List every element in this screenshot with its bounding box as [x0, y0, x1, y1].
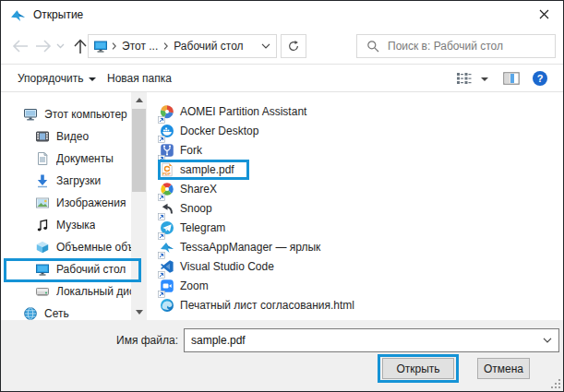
sidebar-item-label: Объемные объекты [56, 241, 131, 254]
triangle-up-icon[interactable] [131, 92, 147, 108]
breadcrumb-segment[interactable]: Рабочий стол [172, 39, 245, 53]
sidebar-item-label: Локальный диск [56, 285, 131, 298]
svg-text:PDF: PDF [162, 171, 171, 175]
chevron-down-icon[interactable] [474, 65, 489, 91]
open-button[interactable]: Открыть [382, 358, 454, 379]
sidebar-item-label: Сеть [44, 307, 69, 320]
sidebar-item-рабочий-стол[interactable]: Рабочий стол [1, 258, 131, 280]
file-item-visual-studio-code[interactable]: Visual Studio Code [158, 256, 280, 276]
file-item-fork[interactable]: Fork [158, 140, 208, 160]
title-bar: Открытие [1, 1, 563, 29]
chevron-down-icon[interactable] [54, 37, 66, 55]
help-icon[interactable]: ? [529, 65, 551, 91]
shortcut-arrow-icon [158, 288, 165, 295]
filename-combobox [184, 328, 559, 352]
telegram-icon [160, 220, 174, 235]
file-item-label: Печатный лист согласования.html [180, 299, 354, 312]
organize-button[interactable]: Упорядочить [18, 65, 96, 91]
triangle-down-icon[interactable] [131, 304, 147, 320]
search-box [356, 34, 556, 58]
file-item-label: TessaAppManager — ярлык [180, 241, 320, 254]
sharex-icon [160, 182, 174, 196]
search-input[interactable] [388, 40, 555, 53]
file-item-label: Telegram [180, 221, 225, 234]
refresh-icon[interactable] [281, 34, 306, 58]
chevron-down-icon [89, 77, 96, 81]
file-item-sample-pdf[interactable]: PDFsample.pdf [158, 160, 240, 179]
cube-3d-icon [35, 240, 50, 255]
file-item-label: AOMEI Partition Assistant [180, 105, 306, 118]
file-item-label: Snoop [180, 202, 212, 215]
preview-pane-icon[interactable] [500, 65, 522, 91]
fork-icon [160, 143, 174, 158]
arrow-left-icon[interactable] [11, 37, 30, 55]
sidebar-item-label: Рабочий стол [56, 263, 126, 276]
file-item-docker-desktop[interactable]: Docker Desktop [158, 121, 264, 140]
sidebar-item-локальный-диск[interactable]: Локальный диск [1, 280, 131, 303]
organize-label: Упорядочить [18, 72, 83, 85]
file-item-sharex[interactable]: ShareX [158, 179, 222, 198]
file-list: AOMEI Partition AssistantDocker DesktopF… [147, 92, 563, 320]
this-pc-icon [23, 107, 38, 122]
network-icon [23, 306, 38, 320]
video-icon [35, 129, 50, 144]
sidebar-item-изображения[interactable]: Изображения [1, 192, 131, 214]
pictures-icon [35, 196, 50, 210]
arrow-right-icon[interactable] [34, 37, 53, 55]
sidebar-item-документы[interactable]: Документы [1, 148, 131, 170]
pdf-icon: PDF [160, 162, 174, 177]
sidebar-item-label: Музыка [56, 219, 95, 232]
sidebar-item-видео[interactable]: Видео [1, 125, 131, 148]
chevron-down-icon[interactable] [536, 338, 558, 343]
cancel-button[interactable]: Отмена [477, 358, 530, 379]
window-title: Открытие [33, 8, 83, 21]
breadcrumb-segment[interactable]: Этот ... [120, 39, 160, 53]
file-item-label: Visual Studio Code [180, 260, 274, 273]
file-item-zoom[interactable]: Zoom [158, 276, 214, 295]
file-item-печатный-лист-согласования-html[interactable]: Печатный лист согласования.html [158, 295, 360, 315]
new-folder-label: Новая папка [107, 72, 172, 85]
file-item-snoop[interactable]: Snoop [158, 198, 218, 218]
sidebar-item-label: Загрузки [56, 174, 101, 187]
file-item-aomei-partition-assistant[interactable]: AOMEI Partition Assistant [158, 101, 312, 121]
file-item-telegram[interactable]: Telegram [158, 218, 231, 237]
filename-input[interactable] [185, 334, 536, 347]
scrollbar-thumb[interactable] [132, 109, 146, 192]
sidebar-item-label: Видео [56, 130, 89, 143]
search-icon [366, 40, 379, 53]
sidebar-item-этот-компьютер[interactable]: Этот компьютер [1, 103, 131, 125]
open-dialog-window: Открытие Этот ... Рабочий стол Упорядочи… [0, 0, 564, 392]
new-folder-button[interactable]: Новая папка [107, 65, 172, 91]
views-icon[interactable] [452, 65, 474, 91]
sidebar-item-музыка[interactable]: Музыка [1, 214, 131, 236]
sidebar-item-загрузки[interactable]: Загрузки [1, 170, 131, 192]
sidebar-item-объемные-объекты[interactable]: Объемные объекты [1, 236, 131, 258]
filename-label: Имя файла: [93, 334, 178, 347]
arrow-up-icon[interactable] [71, 37, 90, 55]
zoom-app-icon [160, 279, 174, 293]
chevron-down-icon[interactable] [256, 43, 276, 49]
dialog-footer: Имя файла: Открыть Отмена [1, 320, 563, 391]
file-item-label: Fork [180, 144, 202, 157]
command-toolbar: Упорядочить Новая папка ? [1, 64, 563, 92]
dialog-content: Этот компьютерВидеоДокументыЗагрузкиИзоб… [1, 92, 563, 320]
resize-grip[interactable] [550, 378, 560, 388]
desktop-icon [35, 262, 50, 277]
breadcrumb[interactable]: Этот ... Рабочий стол [88, 34, 277, 58]
navigation-pane: Этот компьютерВидеоДокументыЗагрузкиИзоб… [1, 92, 131, 320]
sidebar-item-сеть[interactable]: Сеть [1, 303, 131, 320]
chevron-right-icon [112, 42, 116, 50]
file-item-label: Zoom [180, 279, 209, 292]
sidebar-item-label: Изображения [56, 196, 126, 209]
sidebar-scrollbar[interactable] [131, 92, 147, 320]
file-item-label: ShareX [180, 183, 217, 196]
navigation-bar: Этот ... Рабочий стол [1, 29, 563, 64]
close-icon[interactable] [524, 1, 563, 28]
file-item-tessaappmanager-ярлык[interactable]: TessaAppManager — ярлык [158, 237, 326, 256]
shortcut-arrow-icon [158, 133, 165, 140]
shortcut-arrow-icon [158, 230, 165, 237]
file-item-label: Docker Desktop [180, 125, 258, 137]
tessa-bird-icon [160, 240, 174, 255]
shortcut-arrow-icon [158, 191, 165, 198]
music-icon [35, 218, 50, 232]
